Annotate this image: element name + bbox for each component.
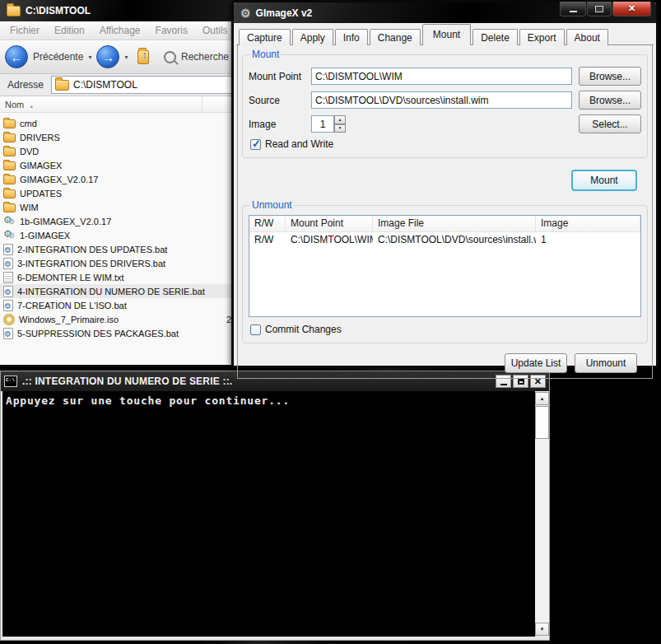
mount-point-input[interactable]: C:\DISMTOOL\WIM [311,68,572,85]
back-button[interactable] [5,45,28,68]
cell-mount-point: C:\DISMTOOL\WIM [286,232,373,247]
commit-changes-checkbox[interactable] [250,324,261,335]
up-folder-button[interactable] [137,50,149,64]
mount-button[interactable]: Mount [571,170,637,191]
menu-fichier[interactable]: Fichier [3,23,46,38]
file-row[interactable]: GIMAGEX_V2.0.17 [0,172,234,186]
menu-affichage[interactable]: Affichage [93,23,147,38]
column-headers: Nom [0,96,234,113]
image-stepper[interactable]: 1 [311,115,346,133]
file-row[interactable]: 4-INTEGRATION DU NUMERO DE SERIE.bat [0,284,234,298]
col-mount-point[interactable]: Mount Point [286,216,373,231]
explorer-titlebar[interactable]: C:\DISMTOOL [0,0,234,21]
file-row[interactable]: 7-CREATION DE L'ISO.bat [0,298,234,312]
bat-icon [3,300,13,311]
mounted-image-row[interactable]: R/W C:\DISMTOOL\WIM C:\DISMTOOL\DVD\sour… [249,232,640,247]
column-header-name[interactable]: Nom [0,96,202,112]
spin-down-icon[interactable] [334,124,346,133]
scroll-up-icon[interactable] [535,392,549,405]
tab-export[interactable]: Export [519,29,565,45]
gimagex-app-icon: ⚙ [240,7,251,19]
image-value[interactable]: 1 [311,115,334,133]
file-row[interactable]: Windows_7_Primaire.iso 2 [0,312,234,326]
mount-group-legend: Mount [250,49,281,60]
folder-icon [3,189,16,198]
file-row[interactable]: 6-DEMONTER LE WIM.txt [0,270,234,284]
bat-icon [3,286,13,297]
col-image[interactable]: Image [536,216,640,231]
bat-icon [3,328,13,339]
mounted-images-list[interactable]: R/W Mount Point Image File Image R/W C:\… [249,215,641,317]
console-scrollbar[interactable] [535,391,549,637]
minimize-button[interactable] [560,2,586,16]
file-name: 3-INTEGRATION DES DRIVERS.bat [17,259,165,268]
folder-icon [3,119,16,128]
cell-image: 1 [536,232,640,247]
unmount-button[interactable]: Unmount [575,353,637,373]
gimagex-title: GImageX v2 [256,7,313,19]
col-image-file[interactable]: Image File [373,216,536,231]
file-row[interactable]: WIM [0,200,234,214]
unmount-group-legend: Unmount [250,199,294,211]
file-name: 4-INTEGRATION DU NUMERO DE SERIE.bat [17,287,205,296]
source-input[interactable]: C:\DISMTOOL\DVD\sources\install.wim [311,91,572,109]
forward-dropdown-icon[interactable] [124,54,128,61]
folder-icon [3,161,16,170]
explorer-title: C:\DISMTOOL [26,5,91,16]
maximize-button[interactable] [587,2,612,16]
tab-mount[interactable]: Mount [422,24,471,45]
console-output[interactable]: Appuyez sur une touche pour continuer... [1,391,549,638]
tab-change[interactable]: Change [370,29,421,45]
file-row[interactable]: UPDATES [0,186,234,200]
mount-group: Mount Mount Point C:\DISMTOOL\WIM Browse… [242,49,648,158]
col-rw[interactable]: R/W [249,216,286,231]
commit-changes-label: Commit Changes [265,324,342,335]
scroll-down-icon[interactable] [535,623,549,636]
folder-icon [7,6,21,16]
read-write-checkbox[interactable] [250,139,261,150]
image-label: Image [249,119,311,130]
tab-delete[interactable]: Delete [472,29,518,45]
file-row[interactable]: cmd [0,116,234,130]
cell-image-file: C:\DISMTOOL\DVD\sources\install.wim [373,232,536,247]
back-label[interactable]: Précédente [33,51,83,63]
scroll-thumb[interactable] [535,406,549,439]
file-row[interactable]: 3-INTEGRATION DES DRIVERS.bat [0,256,234,270]
menu-favoris[interactable]: Favoris [149,23,194,38]
file-name: 7-CREATION DE L'ISO.bat [17,301,127,310]
back-dropdown-icon[interactable] [88,54,91,61]
file-row[interactable]: DRIVERS [0,130,234,144]
image-select-button[interactable]: Select... [579,114,641,133]
search-label[interactable]: Recherche [181,51,229,63]
mount-point-browse-button[interactable]: Browse... [579,67,641,86]
tab-apply[interactable]: Apply [292,29,333,45]
tab-info[interactable]: Info [335,29,368,45]
close-button[interactable] [612,2,651,16]
update-list-button[interactable]: Update List [505,353,567,373]
file-row[interactable]: 5-SUPPRESSION DES PACKAGES.bat [0,326,234,340]
file-name: DVD [20,147,39,156]
file-name: 6-DEMONTER LE WIM.txt [17,273,124,282]
file-row[interactable]: DVD [0,144,234,158]
spin-up-icon[interactable] [334,115,346,124]
bat-icon [3,258,13,269]
source-label: Source [249,95,311,106]
source-browse-button[interactable]: Browse... [579,91,641,110]
file-row[interactable]: 1b-GIMAGEX_V2.0.17 [0,214,234,228]
menu-edition[interactable]: Edition [48,23,91,38]
address-input[interactable]: C:\DISMTOOL [51,76,234,94]
console-title: .:: INTEGRATION DU NUMERO DE SERIE ::. [22,376,232,387]
folder-icon [3,147,16,156]
gimagex-window-buttons [560,2,651,16]
gimagex-titlebar[interactable]: ⚙ GImageX v2 [234,2,656,23]
explorer-toolbar: Précédente Recherche [0,40,234,74]
file-row[interactable]: 2-INTEGRATION DES UPDATES.bat [0,242,234,256]
file-row[interactable]: 1-GIMAGEX [0,228,234,242]
file-row[interactable]: GIMAGEX [0,158,234,172]
tab-capture[interactable]: Capture [239,29,291,45]
menu-outils[interactable]: Outils [196,23,234,38]
forward-button[interactable] [96,45,119,68]
search-icon[interactable] [164,51,176,63]
tab-about[interactable]: About [566,29,608,45]
mount-tab-page: Mount Mount Point C:\DISMTOOL\WIM Browse… [237,45,653,379]
